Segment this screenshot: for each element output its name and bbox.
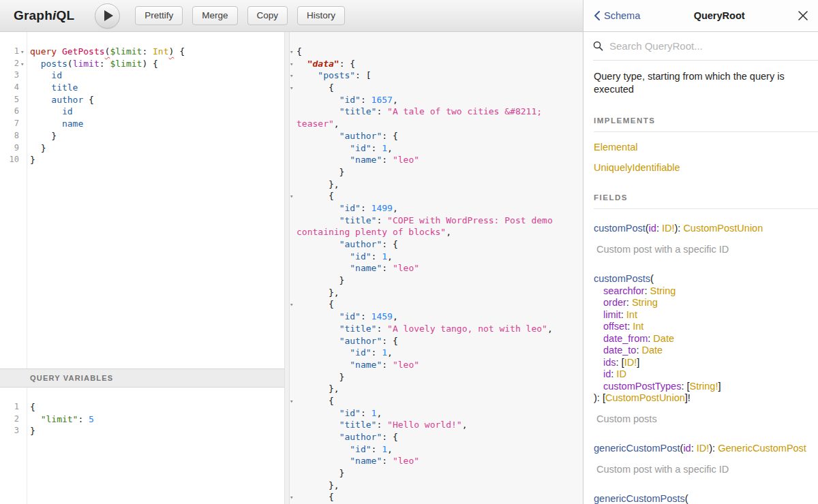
line-number: 8 (0, 130, 19, 142)
pane-resize-divider[interactable] (284, 32, 290, 504)
doc-back-label: Schema (604, 10, 640, 21)
type-link[interactable]: CustomPostUnion (683, 223, 763, 234)
code-line: "id": 1459, (297, 311, 583, 323)
variables-editor[interactable]: 1{2 "limit": 53} (0, 388, 284, 504)
fold-arrow-icon[interactable]: ▾ (290, 82, 298, 95)
query-variables-bar[interactable]: QUERY VARIABLES (0, 368, 284, 388)
implements-item: Elemental (584, 132, 818, 153)
code-line[interactable]: 3 id (30, 69, 284, 82)
fold-arrow-icon[interactable]: ▾ (290, 70, 298, 82)
field-description: Custom posts (596, 413, 818, 426)
type-link[interactable]: String (650, 285, 676, 296)
type-link[interactable]: Elemental (594, 142, 637, 153)
code-line: "id": 1, (297, 407, 583, 420)
code-line[interactable]: 10} (30, 154, 284, 166)
fold-arrow-icon[interactable]: ▾ (290, 46, 298, 59)
type-link[interactable]: GenericCustomPost (718, 443, 806, 454)
doc-field: genericCustomPosts(searchfor: String (594, 475, 818, 504)
code-line[interactable]: 8 } (30, 130, 284, 142)
gutter-divider (27, 32, 27, 368)
copy-button[interactable]: Copy (247, 6, 288, 25)
code-line: "title": "A tale of two cities &#8211; (297, 106, 583, 118)
query-variables-title: QUERY VARIABLES (30, 374, 113, 382)
code-line: ▾ { (297, 298, 583, 311)
doc-search-input[interactable] (609, 40, 811, 52)
fold-arrow-icon[interactable]: ▾ (290, 59, 298, 71)
field-link[interactable]: genericCustomPost (594, 443, 680, 454)
code-line[interactable]: 1▾query GetPosts($limit: Int) { (30, 46, 284, 58)
line-number: 1 (0, 46, 19, 58)
field-signature-line: ): [CustomPostUnion]! (594, 392, 818, 405)
fold-arrow-icon[interactable]: ▾ (290, 299, 298, 311)
arg-name: id (603, 368, 611, 379)
result-viewer: ▾{▾ "data": {▾ "posts": [▾ { "id": 1657,… (290, 32, 583, 504)
fold-arrow-icon[interactable]: ▾ (20, 59, 29, 71)
line-number: 4 (0, 82, 19, 94)
field-link[interactable]: genericCustomPosts (594, 493, 685, 504)
code-line: "author": { (297, 431, 583, 443)
field-link[interactable]: customPosts (594, 273, 650, 284)
arg-name: date_to (603, 345, 636, 356)
line-number: 5 (0, 94, 19, 106)
type-link[interactable]: CustomPostUnion (605, 392, 685, 403)
doc-explorer: Query type, starting from which the quer… (583, 32, 818, 504)
fold-arrow-icon[interactable]: ▾ (290, 396, 298, 408)
code-line: }, (297, 383, 583, 395)
type-link[interactable]: ID (616, 368, 626, 379)
type-link[interactable]: Int (626, 309, 637, 320)
code-line: ▾ { (297, 190, 583, 202)
code-line: "author": { (297, 130, 583, 142)
code-line: "id": 1, (297, 443, 583, 456)
code-line: } (297, 166, 583, 178)
type-link[interactable]: String! (690, 381, 718, 392)
code-line: teaser", (297, 118, 583, 130)
type-link[interactable]: String (632, 297, 658, 308)
line-number: 3 (0, 425, 19, 437)
close-icon (798, 11, 808, 20)
fold-arrow-icon[interactable]: ▾ (290, 492, 298, 504)
code-line[interactable]: 4 title (30, 82, 284, 94)
code-line: "id": 1, (297, 251, 583, 263)
graphiql-app: GraphiQL Prettify Merge Copy History Sch… (0, 0, 818, 504)
code-line[interactable]: 1{ (30, 401, 284, 413)
code-line[interactable]: 5 author { (30, 94, 284, 106)
execute-query-button[interactable] (95, 3, 120, 29)
code-line[interactable]: 2 "limit": 5 (30, 413, 284, 426)
type-link[interactable]: ID! (697, 443, 710, 454)
history-button[interactable]: History (297, 6, 345, 25)
code-line: "id": 1, (297, 347, 583, 359)
arg-name: id (683, 443, 691, 454)
doc-close-button[interactable] (798, 11, 808, 20)
field-description: Custom post with a specific ID (596, 464, 818, 476)
merge-button[interactable]: Merge (192, 6, 237, 25)
search-icon (593, 41, 603, 51)
arg-name: offset (603, 321, 627, 332)
line-number: 2 (0, 58, 19, 70)
fold-arrow-icon[interactable]: ▾ (290, 191, 298, 203)
type-link[interactable]: Date (653, 333, 674, 344)
type-link[interactable]: UniquelyIdentifiable (594, 162, 680, 173)
doc-back-link[interactable]: Schema (594, 10, 640, 21)
code-line[interactable]: 7 name (30, 118, 284, 130)
code-line[interactable]: 3} (30, 425, 284, 437)
code-line[interactable]: 2▾ posts(limit: $limit) { (30, 58, 284, 70)
field-link[interactable]: customPost (594, 223, 646, 234)
code-line: } (297, 371, 583, 383)
type-link[interactable]: Int (633, 321, 643, 332)
code-line[interactable]: 9 } (30, 142, 284, 155)
query-editor[interactable]: 1▾query GetPosts($limit: Int) {2▾ posts(… (0, 32, 284, 368)
type-link[interactable]: ID! (662, 223, 675, 234)
code-line[interactable]: 6 id (30, 106, 284, 118)
doc-field: customPosts(searchfor: Stringorder: Stri… (594, 255, 818, 425)
code-line: "name": "leo" (297, 262, 583, 274)
fold-arrow-icon[interactable]: ▾ (20, 46, 29, 59)
type-link[interactable]: ID! (624, 357, 637, 368)
code-line: "name": "leo" (297, 359, 583, 371)
code-line: "author": { (297, 238, 583, 251)
type-link[interactable]: Date (641, 345, 663, 356)
field-signature-line: genericCustomPosts( (594, 493, 818, 504)
line-number: 9 (0, 142, 19, 155)
prettify-button[interactable]: Prettify (135, 6, 183, 25)
line-number: 7 (0, 118, 19, 130)
field-signature-line: limit: Int (594, 309, 818, 321)
